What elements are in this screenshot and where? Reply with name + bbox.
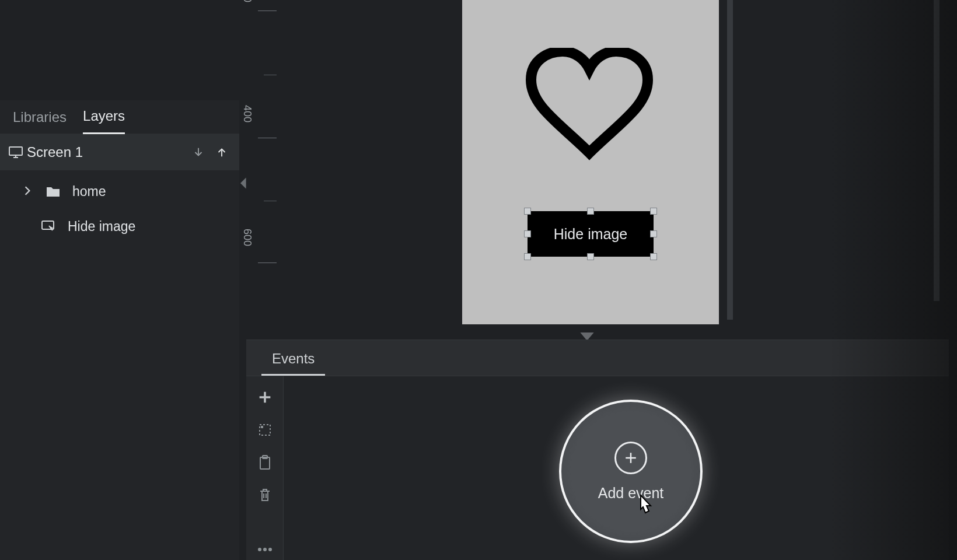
canvas-area[interactable]: 200 400 600 bbox=[246, 0, 957, 338]
tab-libraries[interactable]: Libraries bbox=[13, 109, 67, 134]
events-tabbar: Events bbox=[246, 340, 949, 376]
vertical-ruler: 200 400 600 bbox=[246, 0, 277, 328]
ruler-minor-tick bbox=[264, 75, 277, 75]
layers-upload-button[interactable] bbox=[210, 141, 233, 164]
heart-icon[interactable] bbox=[525, 48, 654, 164]
resize-handle-s[interactable] bbox=[587, 253, 594, 260]
resize-handle-ne[interactable] bbox=[650, 208, 657, 215]
layer-item-hide-image[interactable]: Hide image bbox=[0, 209, 239, 244]
artboard-vertical-scrollbar[interactable] bbox=[727, 0, 733, 320]
ruler-tick-600: 600 bbox=[241, 229, 253, 246]
artboard-surface[interactable] bbox=[462, 0, 719, 324]
selected-element-hide-image-button[interactable]: Hide image bbox=[528, 211, 654, 257]
button-widget-icon bbox=[40, 218, 57, 235]
layers-download-button[interactable] bbox=[187, 141, 210, 164]
resize-handle-sw[interactable] bbox=[524, 253, 531, 260]
layer-hide-image-label: Hide image bbox=[68, 219, 135, 235]
artboard[interactable] bbox=[462, 0, 719, 324]
resize-handle-e[interactable] bbox=[650, 230, 657, 237]
resize-handle-nw[interactable] bbox=[524, 208, 531, 215]
events-panel: Events Add e bbox=[246, 340, 949, 560]
ruler-tick-400: 400 bbox=[241, 105, 253, 123]
add-event-button[interactable]: Add event bbox=[559, 400, 703, 543]
ruler-major-tick bbox=[258, 262, 277, 263]
resize-handle-se[interactable] bbox=[650, 253, 657, 260]
hide-image-button[interactable]: Hide image bbox=[528, 211, 654, 257]
svg-rect-5 bbox=[261, 426, 263, 428]
layer-list: home Hide image bbox=[0, 170, 239, 244]
add-event-tool[interactable] bbox=[254, 387, 275, 408]
events-body: Add event bbox=[246, 376, 949, 560]
layer-item-home[interactable]: home bbox=[0, 174, 239, 209]
more-options-icon[interactable] bbox=[254, 539, 275, 560]
screen-selector-row[interactable]: Screen 1 bbox=[0, 134, 239, 170]
svg-point-10 bbox=[268, 548, 272, 551]
sidebar: Libraries Layers Screen 1 home bbox=[0, 0, 239, 560]
ruler-tick-200: 200 bbox=[241, 0, 253, 2]
layer-home-label: home bbox=[72, 184, 106, 200]
resize-handle-n[interactable] bbox=[587, 208, 594, 215]
ruler-major-tick bbox=[258, 10, 277, 11]
svg-point-9 bbox=[263, 548, 267, 551]
canvas-vertical-scrollbar[interactable] bbox=[934, 0, 939, 301]
plus-circle-icon bbox=[614, 442, 647, 474]
delete-tool[interactable] bbox=[254, 485, 275, 506]
paste-tool[interactable] bbox=[254, 452, 275, 473]
svg-rect-0 bbox=[9, 147, 22, 155]
tab-layers[interactable]: Layers bbox=[83, 108, 125, 134]
add-event-label: Add event bbox=[598, 485, 664, 502]
tab-events[interactable]: Events bbox=[261, 342, 325, 376]
svg-point-8 bbox=[258, 548, 261, 551]
folder-icon bbox=[44, 183, 62, 200]
sidebar-blank-area bbox=[0, 0, 239, 100]
events-toolbar bbox=[246, 376, 284, 560]
hide-image-button-label: Hide image bbox=[554, 226, 627, 243]
sidebar-tabbar: Libraries Layers bbox=[0, 100, 239, 134]
select-tool[interactable] bbox=[254, 419, 275, 440]
ruler-major-tick bbox=[258, 138, 277, 138]
chevron-right-icon[interactable] bbox=[23, 184, 34, 200]
screen-label: Screen 1 bbox=[27, 144, 187, 160]
resize-handle-w[interactable] bbox=[524, 230, 531, 237]
screen-icon bbox=[5, 146, 27, 159]
events-content[interactable]: Add event bbox=[284, 376, 949, 560]
ruler-minor-tick bbox=[264, 201, 277, 201]
